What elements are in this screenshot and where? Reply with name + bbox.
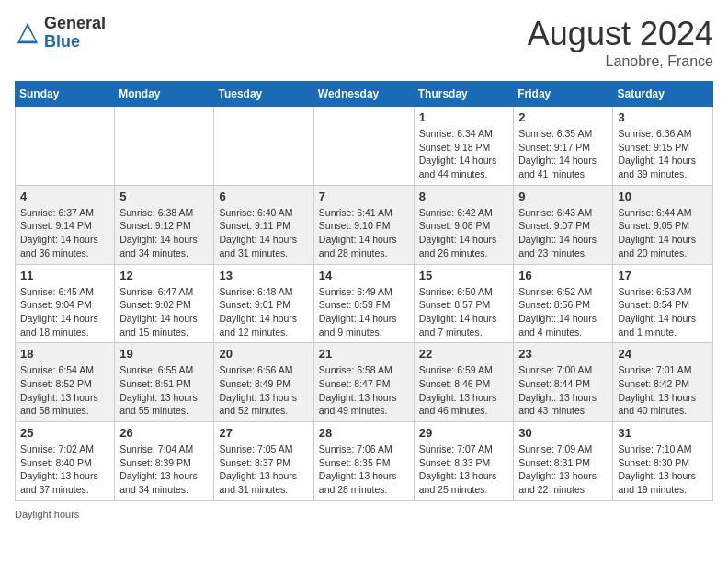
location: Lanobre, France [528, 53, 713, 70]
calendar-cell: 21Sunrise: 6:58 AMSunset: 8:47 PMDayligh… [313, 343, 414, 422]
day-number: 30 [518, 426, 608, 440]
calendar-cell: 23Sunrise: 7:00 AMSunset: 8:44 PMDayligh… [514, 343, 613, 422]
page-header: General Blue August 2024 Lanobre, France [15, 15, 713, 70]
calendar-header-row: SundayMondayTuesdayWednesdayThursdayFrid… [16, 82, 713, 107]
day-info: Sunrise: 7:01 AMSunset: 8:42 PMDaylight:… [618, 363, 708, 418]
day-info: Sunrise: 7:04 AMSunset: 8:39 PMDaylight:… [119, 442, 209, 497]
calendar-week-row: 4Sunrise: 6:37 AMSunset: 9:14 PMDaylight… [16, 185, 713, 264]
day-number: 5 [119, 190, 209, 203]
day-info: Sunrise: 6:58 AMSunset: 8:47 PMDaylight:… [319, 363, 409, 418]
day-number: 13 [219, 269, 308, 282]
day-number: 7 [319, 190, 409, 203]
calendar-cell: 29Sunrise: 7:07 AMSunset: 8:33 PMDayligh… [414, 422, 514, 501]
day-info: Sunrise: 6:45 AMSunset: 9:04 PMDaylight:… [20, 285, 109, 339]
day-info: Sunrise: 6:40 AMSunset: 9:11 PMDaylight:… [219, 206, 308, 260]
calendar-cell: 8Sunrise: 6:42 AMSunset: 9:08 PMDaylight… [414, 185, 514, 264]
calendar-cell: 16Sunrise: 6:52 AMSunset: 8:56 PMDayligh… [514, 264, 613, 343]
calendar-week-row: 18Sunrise: 6:54 AMSunset: 8:52 PMDayligh… [16, 343, 713, 422]
calendar-cell [115, 107, 214, 186]
day-info: Sunrise: 6:37 AMSunset: 9:14 PMDaylight:… [20, 206, 109, 260]
calendar-day-header: Saturday [613, 82, 713, 107]
day-info: Sunrise: 6:52 AMSunset: 8:56 PMDaylight:… [518, 285, 608, 339]
day-number: 31 [618, 426, 708, 440]
day-info: Sunrise: 7:00 AMSunset: 8:44 PMDaylight:… [518, 363, 608, 418]
month-year: August 2024 [528, 15, 713, 53]
calendar-cell: 26Sunrise: 7:04 AMSunset: 8:39 PMDayligh… [115, 422, 214, 501]
day-info: Sunrise: 6:35 AMSunset: 9:17 PMDaylight:… [518, 127, 608, 181]
calendar-cell: 1Sunrise: 6:34 AMSunset: 9:18 PMDaylight… [414, 107, 514, 186]
calendar-cell: 28Sunrise: 7:06 AMSunset: 8:35 PMDayligh… [313, 422, 414, 501]
calendar-cell: 15Sunrise: 6:50 AMSunset: 8:57 PMDayligh… [414, 264, 514, 343]
calendar-cell: 9Sunrise: 6:43 AMSunset: 9:07 PMDaylight… [514, 185, 613, 264]
day-number: 2 [518, 110, 608, 124]
day-info: Sunrise: 6:34 AMSunset: 9:18 PMDaylight:… [419, 127, 509, 181]
day-number: 25 [20, 426, 109, 440]
day-info: Sunrise: 6:47 AMSunset: 9:02 PMDaylight:… [119, 285, 209, 339]
calendar-day-header: Tuesday [214, 82, 313, 107]
logo-icon [15, 20, 40, 46]
day-info: Sunrise: 6:55 AMSunset: 8:51 PMDaylight:… [119, 363, 209, 418]
day-info: Sunrise: 6:36 AMSunset: 9:15 PMDaylight:… [618, 127, 708, 181]
calendar-cell: 18Sunrise: 6:54 AMSunset: 8:52 PMDayligh… [16, 343, 115, 422]
day-number: 17 [618, 269, 708, 282]
day-info: Sunrise: 6:41 AMSunset: 9:10 PMDaylight:… [319, 206, 409, 260]
calendar-table: SundayMondayTuesdayWednesdayThursdayFrid… [15, 81, 713, 501]
day-number: 28 [319, 426, 409, 440]
day-info: Sunrise: 6:54 AMSunset: 8:52 PMDaylight:… [20, 363, 109, 418]
day-number: 3 [618, 110, 708, 124]
day-number: 8 [419, 190, 509, 203]
day-number: 16 [518, 269, 608, 282]
calendar-cell: 11Sunrise: 6:45 AMSunset: 9:04 PMDayligh… [16, 264, 115, 343]
calendar-cell: 14Sunrise: 6:49 AMSunset: 8:59 PMDayligh… [313, 264, 414, 343]
calendar-cell: 17Sunrise: 6:53 AMSunset: 8:54 PMDayligh… [613, 264, 713, 343]
day-info: Sunrise: 7:05 AMSunset: 8:37 PMDaylight:… [219, 442, 308, 497]
day-info: Sunrise: 6:44 AMSunset: 9:05 PMDaylight:… [618, 206, 708, 260]
footer-note: Daylight hours [15, 509, 713, 520]
calendar-cell: 22Sunrise: 6:59 AMSunset: 8:46 PMDayligh… [414, 343, 514, 422]
logo: General Blue [15, 15, 106, 52]
calendar-cell: 5Sunrise: 6:38 AMSunset: 9:12 PMDaylight… [115, 185, 214, 264]
logo-blue: Blue [44, 33, 106, 52]
day-number: 22 [419, 347, 509, 361]
calendar-cell: 31Sunrise: 7:10 AMSunset: 8:30 PMDayligh… [613, 422, 713, 501]
day-number: 20 [219, 347, 308, 361]
day-number: 19 [119, 347, 209, 361]
day-number: 1 [419, 110, 509, 124]
calendar-cell: 20Sunrise: 6:56 AMSunset: 8:49 PMDayligh… [214, 343, 313, 422]
day-info: Sunrise: 6:43 AMSunset: 9:07 PMDaylight:… [518, 206, 608, 260]
day-number: 12 [119, 269, 209, 282]
day-number: 10 [618, 190, 708, 203]
calendar-day-header: Sunday [16, 82, 115, 107]
day-number: 24 [618, 347, 708, 361]
calendar-week-row: 11Sunrise: 6:45 AMSunset: 9:04 PMDayligh… [16, 264, 713, 343]
calendar-cell [313, 107, 414, 186]
day-info: Sunrise: 7:02 AMSunset: 8:40 PMDaylight:… [20, 442, 109, 497]
logo-general: General [44, 15, 106, 33]
day-number: 18 [20, 347, 109, 361]
calendar-cell [214, 107, 313, 186]
calendar-week-row: 25Sunrise: 7:02 AMSunset: 8:40 PMDayligh… [16, 422, 713, 501]
day-number: 15 [419, 269, 509, 282]
calendar-cell: 19Sunrise: 6:55 AMSunset: 8:51 PMDayligh… [115, 343, 214, 422]
calendar-cell: 13Sunrise: 6:48 AMSunset: 9:01 PMDayligh… [214, 264, 313, 343]
calendar-cell: 3Sunrise: 6:36 AMSunset: 9:15 PMDaylight… [613, 107, 713, 186]
day-info: Sunrise: 7:07 AMSunset: 8:33 PMDaylight:… [419, 442, 509, 497]
calendar-cell: 7Sunrise: 6:41 AMSunset: 9:10 PMDaylight… [313, 185, 414, 264]
calendar-cell: 30Sunrise: 7:09 AMSunset: 8:31 PMDayligh… [514, 422, 613, 501]
day-info: Sunrise: 6:59 AMSunset: 8:46 PMDaylight:… [419, 363, 509, 418]
day-info: Sunrise: 6:42 AMSunset: 9:08 PMDaylight:… [419, 206, 509, 260]
calendar-cell: 12Sunrise: 6:47 AMSunset: 9:02 PMDayligh… [115, 264, 214, 343]
calendar-week-row: 1Sunrise: 6:34 AMSunset: 9:18 PMDaylight… [16, 107, 713, 186]
calendar-cell: 6Sunrise: 6:40 AMSunset: 9:11 PMDaylight… [214, 185, 313, 264]
day-number: 11 [20, 269, 109, 282]
calendar-cell: 25Sunrise: 7:02 AMSunset: 8:40 PMDayligh… [16, 422, 115, 501]
day-info: Sunrise: 6:49 AMSunset: 8:59 PMDaylight:… [319, 285, 409, 339]
title-block: August 2024 Lanobre, France [528, 15, 713, 70]
calendar-day-header: Friday [514, 82, 613, 107]
calendar-cell: 2Sunrise: 6:35 AMSunset: 9:17 PMDaylight… [514, 107, 613, 186]
calendar-day-header: Thursday [414, 82, 514, 107]
day-info: Sunrise: 6:50 AMSunset: 8:57 PMDaylight:… [419, 285, 509, 339]
day-number: 27 [219, 426, 308, 440]
day-info: Sunrise: 6:56 AMSunset: 8:49 PMDaylight:… [219, 363, 308, 418]
day-number: 21 [319, 347, 409, 361]
